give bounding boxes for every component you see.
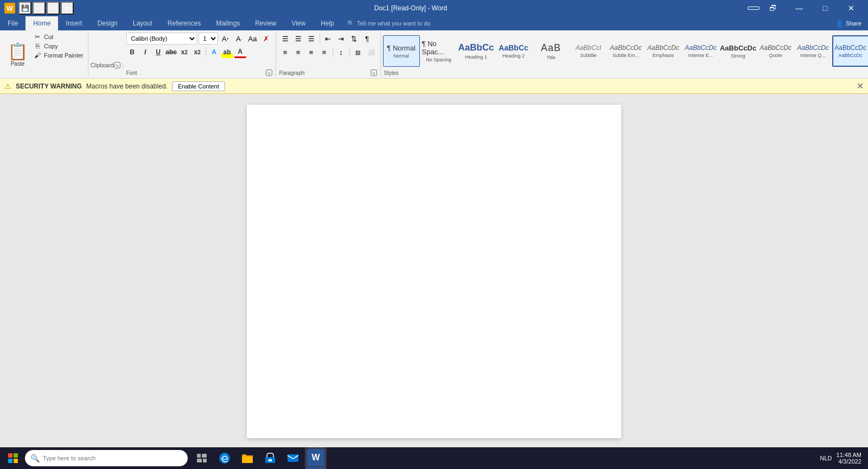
- style-strong[interactable]: AaBbCcDc Strong: [720, 35, 757, 67]
- superscript-button[interactable]: x2: [192, 46, 203, 58]
- svg-rect-2: [8, 459, 12, 463]
- highlight-color-button[interactable]: ab: [221, 46, 233, 58]
- store-taskbar[interactable]: [259, 447, 281, 469]
- format-painter-button[interactable]: 🖌 Format Painter: [31, 51, 86, 60]
- style-intense-quote[interactable]: AaBbCcDc Intense Q...: [795, 35, 832, 67]
- tab-help[interactable]: Help: [313, 16, 342, 30]
- cut-icon: ✂: [33, 33, 42, 41]
- style-quote-label: Quote: [769, 53, 782, 58]
- underline-button[interactable]: U: [152, 46, 164, 58]
- document-area[interactable]: [0, 94, 868, 449]
- start-button[interactable]: [2, 447, 24, 469]
- svg-rect-10: [269, 459, 272, 461]
- align-left-button[interactable]: ≡: [279, 46, 291, 58]
- multilevel-button[interactable]: ☰: [305, 33, 317, 45]
- grow-font-button[interactable]: A+: [220, 33, 232, 45]
- minimize-button[interactable]: —: [787, 0, 812, 16]
- taskbar-language[interactable]: NLD: [820, 455, 832, 461]
- clipboard-group: 📋 Paste ✂ Cut ⎘ Copy 🖌 Format Painter: [2, 31, 88, 77]
- borders-button[interactable]: ⬜: [365, 46, 377, 58]
- sign-in-button[interactable]: [748, 7, 760, 10]
- svg-rect-4: [197, 454, 201, 458]
- tab-mailings[interactable]: Mailings: [208, 16, 247, 30]
- strikethrough-button[interactable]: abc: [165, 46, 177, 58]
- edge-icon: [219, 452, 231, 464]
- mail-taskbar[interactable]: [282, 447, 304, 469]
- tab-view[interactable]: View: [284, 16, 314, 30]
- security-bar-close-button[interactable]: ✕: [857, 81, 864, 91]
- file-explorer-taskbar[interactable]: [237, 447, 258, 469]
- tab-insert[interactable]: Insert: [58, 16, 90, 30]
- style-subtle-em[interactable]: AaBbCcDc Subtle Em...: [608, 35, 644, 67]
- save-button[interactable]: 💾: [18, 2, 31, 15]
- style-normal[interactable]: ¶ Normal Normal: [383, 35, 420, 67]
- share-button[interactable]: 👤 Share: [829, 16, 868, 30]
- tab-references[interactable]: References: [160, 16, 208, 30]
- align-right-button[interactable]: ≡: [305, 46, 317, 58]
- task-view-button[interactable]: [191, 447, 213, 469]
- line-spacing-button[interactable]: ↕: [335, 46, 347, 58]
- sort-button[interactable]: ⇅: [348, 33, 360, 45]
- bold-button[interactable]: B: [126, 46, 138, 58]
- edge-browser-taskbar[interactable]: [214, 447, 235, 469]
- decrease-indent-button[interactable]: ⇤: [322, 33, 334, 45]
- style-heading1-preview: AaBbCc: [458, 42, 494, 53]
- undo-button[interactable]: ↩: [33, 2, 46, 15]
- justify-button[interactable]: ≡: [318, 46, 330, 58]
- tab-layout[interactable]: Layout: [125, 16, 160, 30]
- close-window-button[interactable]: ✕: [839, 0, 864, 16]
- numbering-button[interactable]: ☰: [292, 33, 304, 45]
- change-case-button[interactable]: Aa: [247, 33, 259, 45]
- taskbar-search-bar[interactable]: 🔍: [25, 450, 188, 466]
- tab-design[interactable]: Design: [90, 16, 125, 30]
- styles-group: ¶ Normal Normal ¶ No Spac... No Spacing …: [381, 31, 868, 77]
- title-bar-left: W 💾 ↩ ↪ ▾: [4, 2, 74, 15]
- show-marks-button[interactable]: ¶: [361, 33, 373, 45]
- font-size-selector[interactable]: 11: [199, 33, 218, 45]
- font-name-selector[interactable]: Calibri (Body): [126, 33, 197, 45]
- increase-indent-button[interactable]: ⇥: [335, 33, 347, 45]
- style-title[interactable]: AaB Title: [533, 35, 570, 67]
- title-bar-right: 🗗 — □ ✕: [748, 0, 864, 16]
- word-logo: W: [4, 3, 15, 14]
- center-button[interactable]: ≡: [292, 46, 304, 58]
- style-subtitle-label: Subtitle: [580, 53, 597, 58]
- customize-quick-access-button[interactable]: ▾: [61, 2, 74, 15]
- word-taskbar-button[interactable]: W: [305, 447, 327, 469]
- style-no-spacing[interactable]: ¶ No Spac... No Spacing: [420, 35, 457, 67]
- style-intense-em[interactable]: AaBbCcDc Intense E...: [682, 35, 719, 67]
- font-color-button[interactable]: A: [234, 46, 246, 58]
- restore-button[interactable]: 🗗: [761, 0, 786, 16]
- clear-formatting-button[interactable]: ✗: [260, 33, 272, 45]
- style-quote[interactable]: AaBbCcDc Quote: [757, 35, 794, 67]
- tab-home[interactable]: Home: [25, 16, 58, 30]
- style-heading2[interactable]: AaBbCc Heading 2: [495, 35, 532, 67]
- enable-content-button[interactable]: Enable Content: [172, 81, 225, 91]
- cut-button[interactable]: ✂ Cut: [31, 33, 86, 41]
- document-page[interactable]: [247, 105, 621, 438]
- style-emphasis[interactable]: AaBbCcDc Emphasis: [645, 35, 682, 67]
- paste-button[interactable]: 📋 Paste: [4, 40, 31, 69]
- style-active[interactable]: AaBbCcDc AaBbCcDc: [832, 35, 868, 67]
- paragraph-expand-button[interactable]: ↘: [371, 69, 377, 76]
- shading-button[interactable]: ▨: [352, 46, 364, 58]
- italic-button[interactable]: I: [139, 46, 151, 58]
- tab-file[interactable]: File: [0, 16, 25, 30]
- tell-me-bar[interactable]: 🔍 Tell me what you want to do: [342, 16, 829, 30]
- shrink-font-button[interactable]: A-: [233, 33, 245, 45]
- taskbar-search-input[interactable]: [43, 455, 182, 461]
- text-effects-button[interactable]: A: [208, 46, 220, 58]
- paste-icon: 📋: [8, 42, 28, 61]
- redo-button[interactable]: ↪: [47, 2, 60, 15]
- paragraph-top-row: ☰ ☰ ☰ ⇤ ⇥ ⇅ ¶: [279, 33, 377, 45]
- tab-review[interactable]: Review: [247, 16, 284, 30]
- clipboard-expand-button[interactable]: ↘: [114, 62, 120, 68]
- taskbar-clock[interactable]: 11:48 AM 4/3/2022: [837, 452, 861, 465]
- font-expand-button[interactable]: ↘: [266, 69, 272, 76]
- style-subtitle[interactable]: AaBbCcI Subtitle: [570, 35, 607, 67]
- subscript-button[interactable]: x2: [178, 46, 190, 58]
- style-heading1[interactable]: AaBbCc Heading 1: [458, 35, 495, 67]
- maximize-button[interactable]: □: [813, 0, 838, 16]
- bullets-button[interactable]: ☰: [279, 33, 291, 45]
- copy-button[interactable]: ⎘ Copy: [31, 42, 86, 50]
